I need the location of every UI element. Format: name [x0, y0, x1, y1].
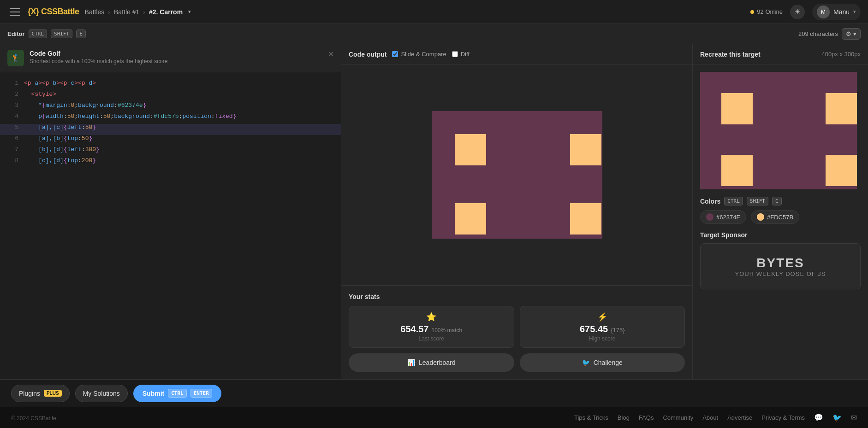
logo[interactable]: {X} CSSBattle [28, 7, 79, 17]
my-solutions-label: My Solutions [83, 390, 120, 397]
last-score-value: 654.57 [400, 324, 428, 334]
close-button[interactable]: ✕ [328, 50, 334, 59]
twitter-icon: 🐦 [582, 359, 590, 366]
gear-icon: ⚙ [846, 30, 851, 37]
bottom-left: Plugins PLUS My Solutions Submit CTRL EN… [11, 385, 857, 402]
shortcut-ctrl-color: CTRL [724, 197, 743, 205]
target-square-c [721, 155, 753, 186]
leaderboard-icon: 📊 [407, 359, 415, 366]
challenge-button[interactable]: 🐦 Challenge [520, 353, 685, 372]
shortcut-ctrl: CTRL [29, 29, 48, 38]
plugins-button[interactable]: Plugins PLUS [11, 385, 70, 402]
breadcrumb-sep1: › [108, 8, 110, 16]
colors-header: Colors CTRL SHIFT C [700, 197, 861, 205]
color-chip-1[interactable]: #62374E [700, 210, 746, 224]
sponsor-tagline: YOUR WEEKLY DOSE OF JS [735, 270, 826, 277]
user-avatar[interactable]: M Manu ▾ [812, 4, 861, 20]
carrom-square-a [455, 134, 486, 165]
color-chip-2[interactable]: #FDC57B [751, 210, 799, 224]
slide-compare-checkbox[interactable] [392, 51, 398, 57]
footer-link-privacy[interactable]: Privacy & Terms [761, 414, 805, 421]
footer-link-advertise[interactable]: Advertise [727, 414, 752, 421]
username: Manu [833, 8, 850, 16]
colors-section: Colors CTRL SHIFT C #62374E [700, 197, 861, 224]
lightning-icon: ⚡ [597, 312, 607, 322]
high-score-value-row: 675.45 {175} [580, 324, 625, 334]
submit-shortcut-ctrl: CTRL [168, 389, 187, 398]
target-square-b [826, 93, 857, 124]
slide-compare-text: Slide & Compare [401, 51, 446, 58]
footer: © 2024 CSSBattle Tips & Tricks Blog FAQs… [0, 407, 868, 428]
code-editor[interactable]: 1 <p a><p b><p c><p d> 2 <style> 3 *{mar… [0, 72, 341, 379]
code-line: 2 <style> [0, 91, 341, 102]
online-count: 92 Online [757, 8, 783, 15]
footer-link-tips[interactable]: Tips & Tricks [574, 414, 608, 421]
avatar: M [817, 6, 830, 18]
shortcut-shift-color: SHIFT [747, 197, 768, 205]
color-chips: #62374E #FDC57B [700, 210, 861, 224]
footer-link-blog[interactable]: Blog [618, 414, 630, 421]
code-golf-icon: 🏌 [7, 50, 24, 66]
twitter-icon[interactable]: 🐦 [832, 413, 842, 422]
footer-link-community[interactable]: Community [663, 414, 693, 421]
high-score-extra: {175} [611, 327, 624, 334]
diff-checkbox[interactable] [452, 51, 458, 57]
topnav-right: 92 Online ☀ M Manu ▾ [750, 4, 861, 20]
footer-link-about[interactable]: About [702, 414, 718, 421]
code-line: 7 [b],[d]{left:300} [0, 146, 341, 157]
high-score-value: 675.45 [580, 324, 608, 334]
code-golf-title: Code Golf [30, 50, 168, 57]
breadcrumb: Battles › Battle #1 › #2. Carrom ▾ [85, 8, 191, 16]
panels-row: Code output Slide & Compare Diff [341, 44, 868, 379]
carrom-square-c [455, 203, 486, 235]
online-dot [750, 10, 754, 14]
editor-bar: Editor CTRL SHIFT E 209 characters ⚙ ▾ [0, 24, 868, 44]
target-square-d [826, 155, 857, 186]
last-score-match: 100% match [431, 327, 462, 334]
stats-buttons: 📊 Leaderboard 🐦 Challenge [349, 353, 685, 372]
breadcrumb-battle[interactable]: Battle #1 [114, 8, 139, 16]
topnav: {X} CSSBattle Battles › Battle #1 › #2. … [0, 0, 868, 24]
last-score-card: ⭐ 654.57 100% match Last score [349, 306, 514, 348]
stats-pane: Your stats ⭐ 654.57 100% match Last scor… [341, 285, 692, 379]
carrom-square-b [570, 134, 601, 165]
colors-title: Colors [700, 198, 720, 205]
color-hex-1: #62374E [716, 214, 740, 221]
bottom-bar: Plugins PLUS My Solutions Submit CTRL EN… [0, 379, 868, 407]
char-count: 209 characters [798, 30, 838, 37]
leaderboard-button[interactable]: 📊 Leaderboard [349, 353, 514, 372]
high-score-card: ⚡ 675.45 {175} High score [520, 306, 685, 348]
target-title: Recreate this target [700, 51, 761, 58]
breadcrumb-battles[interactable]: Battles [85, 8, 105, 16]
target-pane: Recreate this target 400px x 300px Color… [693, 44, 868, 379]
code-golf-text: Code Golf Shortest code with a 100% matc… [30, 50, 168, 64]
carrom-square-d [570, 203, 601, 235]
last-score-value-row: 654.57 100% match [400, 324, 462, 334]
submit-button[interactable]: Submit CTRL ENTER [133, 385, 221, 402]
footer-copyright: © 2024 CSSBattle [11, 415, 56, 422]
shortcut-c: C [772, 197, 782, 205]
sponsor-banner[interactable]: BYTES YOUR WEEKLY DOSE OF JS [700, 243, 861, 289]
code-output-content [341, 64, 692, 285]
footer-link-faqs[interactable]: FAQs [639, 414, 654, 421]
code-line: 1 <p a><p b><p c><p d> [0, 80, 341, 91]
theme-toggle-button[interactable]: ☀ [790, 5, 805, 19]
diff-label[interactable]: Diff [452, 51, 470, 58]
stats-title: Your stats [349, 293, 685, 300]
star-icon: ⭐ [426, 312, 436, 322]
breadcrumb-current[interactable]: #2. Carrom [149, 8, 183, 16]
slide-compare-label[interactable]: Slide & Compare [392, 51, 446, 58]
code-golf-banner: 🏌 Code Golf Shortest code with a 100% ma… [0, 44, 341, 72]
discord-icon[interactable]: 💬 [814, 413, 823, 422]
chevron-down-icon[interactable]: ▾ [188, 9, 191, 15]
editor-pane: 🏌 Code Golf Shortest code with a 100% ma… [0, 44, 341, 379]
email-icon[interactable]: ✉ [851, 413, 857, 422]
settings-button[interactable]: ⚙ ▾ [842, 28, 861, 40]
last-score-label: Last score [419, 335, 444, 342]
color-hex-2: #FDC57B [767, 214, 793, 221]
menu-icon[interactable] [7, 5, 22, 19]
topnav-left: {X} CSSBattle Battles › Battle #1 › #2. … [7, 5, 750, 19]
sponsor-section: Target Sponsor BYTES YOUR WEEKLY DOSE OF… [700, 231, 861, 289]
my-solutions-button[interactable]: My Solutions [75, 385, 128, 402]
plus-badge: PLUS [44, 390, 62, 397]
